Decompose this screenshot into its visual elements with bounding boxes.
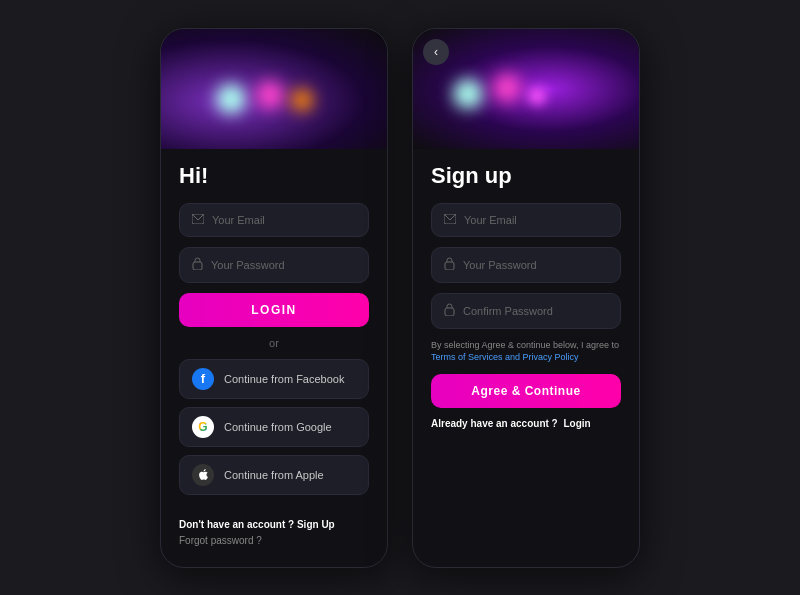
login-card: Hi! LOGIN or f Continue from [160,28,388,568]
signup-spotlight-3 [528,87,546,105]
google-button[interactable]: G Continue from Google [179,407,369,447]
login-title: Hi! [179,163,369,189]
terms-text: By selecting Agree & continue below, I a… [431,339,621,364]
email-icon [192,213,204,227]
lock-icon [192,257,203,273]
signup-card: ‹ Sign up [412,28,640,568]
login-prompt: Already have an account ? Login [431,418,621,429]
back-button[interactable]: ‹ [423,39,449,65]
google-icon: G [192,416,214,438]
spotlight-3 [291,89,313,111]
signup-password-wrapper[interactable] [431,247,621,283]
terms-link[interactable]: Terms of Services and Privacy Policy [431,352,579,362]
signup-email-wrapper[interactable] [431,203,621,237]
signup-spotlight-1 [453,79,483,109]
spotlight-2 [256,81,284,109]
confirm-lock-icon [444,303,455,319]
apple-icon [192,464,214,486]
svg-rect-1 [193,262,202,270]
signup-hero-banner: ‹ [413,29,639,149]
login-hero-banner [161,29,387,149]
login-link[interactable]: Login [564,418,591,429]
facebook-label: Continue from Facebook [224,373,344,385]
signup-password-input[interactable] [463,259,608,271]
facebook-icon: f [192,368,214,390]
google-label: Continue from Google [224,421,332,433]
confirm-password-input[interactable] [463,305,608,317]
signup-email-input[interactable] [464,214,608,226]
email-input[interactable] [212,214,356,226]
signup-prompt: Don't have an account ? Sign Up [179,519,369,530]
password-input[interactable] [211,259,356,271]
login-button[interactable]: LOGIN [179,293,369,327]
spotlight-1 [216,84,246,114]
signup-email-icon [444,213,456,227]
email-input-wrapper[interactable] [179,203,369,237]
signup-spotlight-2 [493,74,521,102]
confirm-password-wrapper[interactable] [431,293,621,329]
signup-lock-icon [444,257,455,273]
svg-rect-4 [445,308,454,316]
login-content: Hi! LOGIN or f Continue from [161,149,387,567]
agree-continue-button[interactable]: Agree & Continue [431,374,621,408]
signup-title: Sign up [431,163,621,189]
signup-link[interactable]: Sign Up [297,519,335,530]
apple-label: Continue from Apple [224,469,324,481]
apple-button[interactable]: Continue from Apple [179,455,369,495]
bottom-links: Don't have an account ? Sign Up Forgot p… [179,509,369,551]
signup-content: Sign up [413,149,639,567]
password-input-wrapper[interactable] [179,247,369,283]
svg-rect-3 [445,262,454,270]
or-divider: or [179,337,369,349]
forgot-password[interactable]: Forgot password ? [179,535,369,546]
facebook-button[interactable]: f Continue from Facebook [179,359,369,399]
